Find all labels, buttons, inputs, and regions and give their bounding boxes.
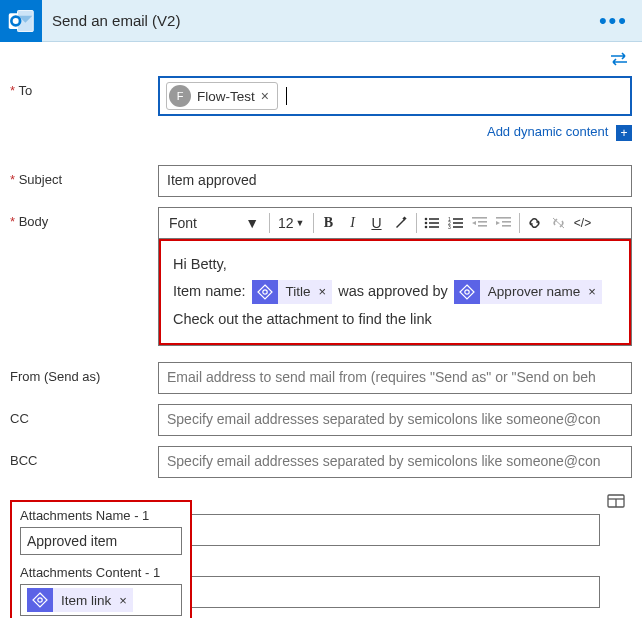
text-caret [286, 87, 287, 105]
unlink-button[interactable] [548, 210, 570, 236]
body-line: Check out the attachment to find the lin… [173, 306, 617, 334]
bullet-list-button[interactable] [421, 210, 443, 236]
dynamic-token-item-link[interactable]: Item link × [27, 588, 133, 612]
attachment-content-input[interactable]: Item link × [20, 584, 182, 616]
cc-label: CC [10, 404, 158, 426]
svg-rect-18 [478, 225, 487, 227]
dynamic-token-title[interactable]: Title × [252, 280, 333, 304]
bcc-input[interactable]: Specify email addresses separated by sem… [158, 446, 632, 478]
svg-point-25 [38, 598, 42, 602]
from-label: From (Send as) [10, 362, 158, 384]
rich-text-editor: Font▼ 12▼ B I U 123 </> [158, 207, 632, 347]
remove-token-icon[interactable]: × [588, 280, 602, 304]
indent-button[interactable] [493, 210, 515, 236]
link-button[interactable] [524, 210, 546, 236]
to-input[interactable]: F Flow-Test × [158, 76, 632, 116]
cc-input[interactable]: Specify email addresses separated by sem… [158, 404, 632, 436]
svg-rect-15 [453, 226, 463, 228]
svg-point-4 [425, 217, 428, 220]
editor-toolbar: Font▼ 12▼ B I U 123 </> [159, 208, 631, 239]
token-icon [27, 588, 53, 612]
code-view-button[interactable]: </> [572, 210, 594, 236]
attachment-name-input-ext[interactable] [192, 514, 600, 546]
svg-text:3: 3 [448, 224, 451, 229]
subject-label: Subject [10, 165, 158, 187]
svg-rect-9 [429, 226, 439, 228]
body-input[interactable]: Hi Betty, Item name: Title × was approve… [159, 239, 631, 346]
recipient-avatar: F [169, 85, 191, 107]
svg-rect-21 [502, 225, 511, 227]
svg-rect-11 [453, 218, 463, 220]
card-title: Send an email (V2) [42, 12, 585, 29]
svg-rect-16 [472, 217, 487, 219]
attachment-name-label: Attachments Name - 1 [20, 508, 182, 523]
svg-rect-13 [453, 222, 463, 224]
swap-icon[interactable] [610, 52, 628, 70]
add-dynamic-content-plus-icon[interactable]: + [616, 125, 632, 141]
svg-rect-19 [496, 217, 511, 219]
token-icon [454, 280, 480, 304]
svg-rect-17 [478, 221, 487, 223]
underline-button[interactable]: U [366, 210, 388, 236]
svg-rect-5 [429, 218, 439, 220]
attachments-section: Attachments Name - 1 Approved item Attac… [10, 500, 192, 618]
svg-rect-7 [429, 222, 439, 224]
attachment-name-input[interactable]: Approved item [20, 527, 182, 555]
remove-recipient-icon[interactable]: × [255, 88, 275, 104]
dynamic-token-approver[interactable]: Approver name × [454, 280, 602, 304]
attachment-content-input-ext[interactable] [192, 576, 600, 608]
numbered-list-button[interactable]: 123 [445, 210, 467, 236]
more-menu-button[interactable]: ••• [585, 8, 642, 34]
bold-button[interactable]: B [318, 210, 340, 236]
svg-point-8 [425, 225, 428, 228]
subject-input[interactable]: Item approved [158, 165, 632, 197]
add-dynamic-content-link[interactable]: Add dynamic content [487, 124, 608, 139]
italic-button[interactable]: I [342, 210, 364, 236]
svg-point-6 [425, 221, 428, 224]
recipient-chip[interactable]: F Flow-Test × [166, 82, 278, 110]
outlook-icon [0, 0, 42, 42]
body-line: Hi Betty, [173, 251, 617, 279]
svg-point-24 [465, 290, 469, 294]
body-label: Body [10, 207, 158, 229]
body-line: Item name: Title × was approved by Appro… [173, 278, 617, 306]
from-input[interactable]: Email address to send mail from (require… [158, 362, 632, 394]
font-size-selector[interactable]: 12▼ [274, 210, 309, 236]
to-label: To [10, 76, 158, 98]
remove-token-icon[interactable]: × [119, 588, 133, 612]
svg-rect-20 [502, 221, 511, 223]
token-icon [252, 280, 278, 304]
outdent-button[interactable] [469, 210, 491, 236]
svg-point-23 [262, 290, 266, 294]
bcc-label: BCC [10, 446, 158, 468]
card-header: Send an email (V2) ••• [0, 0, 642, 42]
remove-token-icon[interactable]: × [319, 280, 333, 304]
attachment-content-label: Attachments Content - 1 [20, 565, 182, 580]
recipient-name: Flow-Test [197, 89, 255, 104]
switch-array-mode-icon[interactable] [607, 492, 625, 510]
font-selector[interactable]: Font▼ [163, 210, 265, 236]
text-color-button[interactable] [390, 210, 412, 236]
